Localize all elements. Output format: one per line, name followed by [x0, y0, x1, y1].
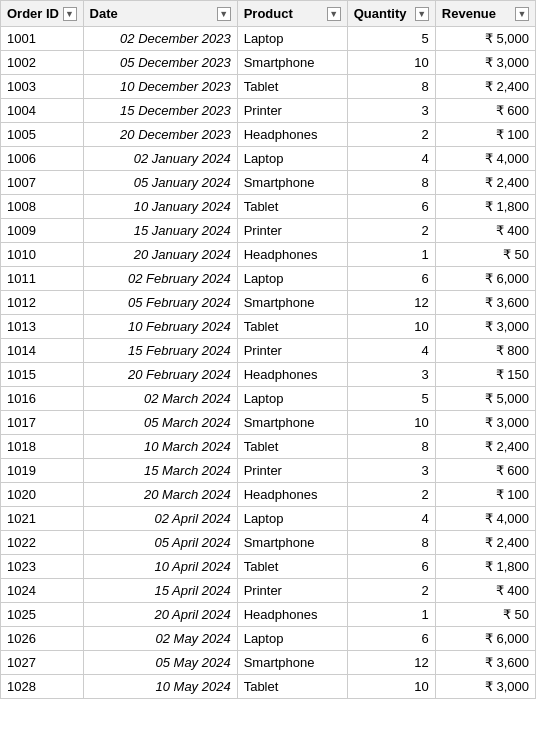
cell-revenue: ₹ 4,000	[435, 147, 535, 171]
cell-orderid: 1001	[1, 27, 84, 51]
cell-date: 20 March 2024	[83, 483, 237, 507]
cell-orderid: 1005	[1, 123, 84, 147]
cell-orderid: 1010	[1, 243, 84, 267]
cell-orderid: 1015	[1, 363, 84, 387]
cell-revenue: ₹ 2,400	[435, 435, 535, 459]
cell-date: 10 January 2024	[83, 195, 237, 219]
cell-revenue: ₹ 3,000	[435, 411, 535, 435]
cell-orderid: 1008	[1, 195, 84, 219]
filter-quantity-button[interactable]: ▼	[415, 7, 429, 21]
cell-revenue: ₹ 5,000	[435, 387, 535, 411]
table-row: 101810 March 2024Tablet8₹ 2,400	[1, 435, 536, 459]
cell-orderid: 1009	[1, 219, 84, 243]
cell-revenue: ₹ 6,000	[435, 627, 535, 651]
cell-date: 15 December 2023	[83, 99, 237, 123]
cell-date: 05 February 2024	[83, 291, 237, 315]
cell-quantity: 5	[347, 27, 435, 51]
cell-product: Printer	[237, 459, 347, 483]
table-row: 102102 April 2024Laptop4₹ 4,000	[1, 507, 536, 531]
cell-product: Headphones	[237, 483, 347, 507]
col-header-quantity-label: Quantity	[354, 6, 407, 21]
cell-orderid: 1024	[1, 579, 84, 603]
filter-orderid-button[interactable]: ▼	[63, 7, 77, 21]
table-row: 100102 December 2023Laptop5₹ 5,000	[1, 27, 536, 51]
cell-product: Printer	[237, 99, 347, 123]
cell-product: Tablet	[237, 315, 347, 339]
cell-orderid: 1004	[1, 99, 84, 123]
cell-date: 15 February 2024	[83, 339, 237, 363]
cell-product: Printer	[237, 339, 347, 363]
cell-orderid: 1025	[1, 603, 84, 627]
cell-revenue: ₹ 6,000	[435, 267, 535, 291]
cell-revenue: ₹ 2,400	[435, 75, 535, 99]
cell-product: Tablet	[237, 555, 347, 579]
table-row: 101415 February 2024Printer4₹ 800	[1, 339, 536, 363]
cell-orderid: 1011	[1, 267, 84, 291]
cell-revenue: ₹ 5,000	[435, 27, 535, 51]
cell-quantity: 1	[347, 603, 435, 627]
table-row: 100915 January 2024Printer2₹ 400	[1, 219, 536, 243]
cell-date: 02 December 2023	[83, 27, 237, 51]
cell-quantity: 10	[347, 315, 435, 339]
cell-date: 15 March 2024	[83, 459, 237, 483]
cell-revenue: ₹ 100	[435, 123, 535, 147]
cell-date: 02 April 2024	[83, 507, 237, 531]
table-row: 101102 February 2024Laptop6₹ 6,000	[1, 267, 536, 291]
cell-orderid: 1028	[1, 675, 84, 699]
cell-date: 10 March 2024	[83, 435, 237, 459]
col-header-date: Date ▼	[83, 1, 237, 27]
filter-product-button[interactable]: ▼	[327, 7, 341, 21]
cell-orderid: 1018	[1, 435, 84, 459]
table-row: 102205 April 2024Smartphone8₹ 2,400	[1, 531, 536, 555]
cell-quantity: 8	[347, 171, 435, 195]
cell-date: 10 April 2024	[83, 555, 237, 579]
cell-orderid: 1014	[1, 339, 84, 363]
table-row: 101020 January 2024Headphones1₹ 50	[1, 243, 536, 267]
cell-quantity: 10	[347, 51, 435, 75]
cell-orderid: 1019	[1, 459, 84, 483]
col-header-quantity: Quantity ▼	[347, 1, 435, 27]
cell-quantity: 12	[347, 291, 435, 315]
cell-product: Tablet	[237, 75, 347, 99]
filter-revenue-button[interactable]: ▼	[515, 7, 529, 21]
cell-date: 05 December 2023	[83, 51, 237, 75]
cell-date: 20 February 2024	[83, 363, 237, 387]
cell-quantity: 3	[347, 363, 435, 387]
cell-date: 05 May 2024	[83, 651, 237, 675]
cell-orderid: 1027	[1, 651, 84, 675]
cell-product: Headphones	[237, 123, 347, 147]
cell-revenue: ₹ 400	[435, 579, 535, 603]
cell-date: 05 January 2024	[83, 171, 237, 195]
cell-product: Smartphone	[237, 651, 347, 675]
cell-revenue: ₹ 3,600	[435, 651, 535, 675]
table-row: 102020 March 2024Headphones2₹ 100	[1, 483, 536, 507]
cell-revenue: ₹ 1,800	[435, 195, 535, 219]
filter-date-button[interactable]: ▼	[217, 7, 231, 21]
cell-date: 10 December 2023	[83, 75, 237, 99]
cell-quantity: 2	[347, 219, 435, 243]
table-row: 100205 December 2023Smartphone10₹ 3,000	[1, 51, 536, 75]
cell-quantity: 4	[347, 339, 435, 363]
cell-orderid: 1020	[1, 483, 84, 507]
cell-orderid: 1003	[1, 75, 84, 99]
cell-product: Laptop	[237, 267, 347, 291]
cell-product: Smartphone	[237, 531, 347, 555]
table-row: 101915 March 2024Printer3₹ 600	[1, 459, 536, 483]
table-row: 100520 December 2023Headphones2₹ 100	[1, 123, 536, 147]
table-header-row: Order ID ▼ Date ▼ Product ▼ Quantity	[1, 1, 536, 27]
cell-revenue: ₹ 2,400	[435, 171, 535, 195]
table-row: 101205 February 2024Smartphone12₹ 3,600	[1, 291, 536, 315]
cell-revenue: ₹ 800	[435, 339, 535, 363]
table-row: 100705 January 2024Smartphone8₹ 2,400	[1, 171, 536, 195]
col-header-product: Product ▼	[237, 1, 347, 27]
cell-orderid: 1016	[1, 387, 84, 411]
cell-product: Smartphone	[237, 51, 347, 75]
cell-date: 02 March 2024	[83, 387, 237, 411]
cell-revenue: ₹ 3,000	[435, 315, 535, 339]
cell-quantity: 12	[347, 651, 435, 675]
table-row: 102310 April 2024Tablet6₹ 1,800	[1, 555, 536, 579]
cell-product: Laptop	[237, 627, 347, 651]
cell-quantity: 6	[347, 555, 435, 579]
cell-date: 15 April 2024	[83, 579, 237, 603]
cell-orderid: 1022	[1, 531, 84, 555]
